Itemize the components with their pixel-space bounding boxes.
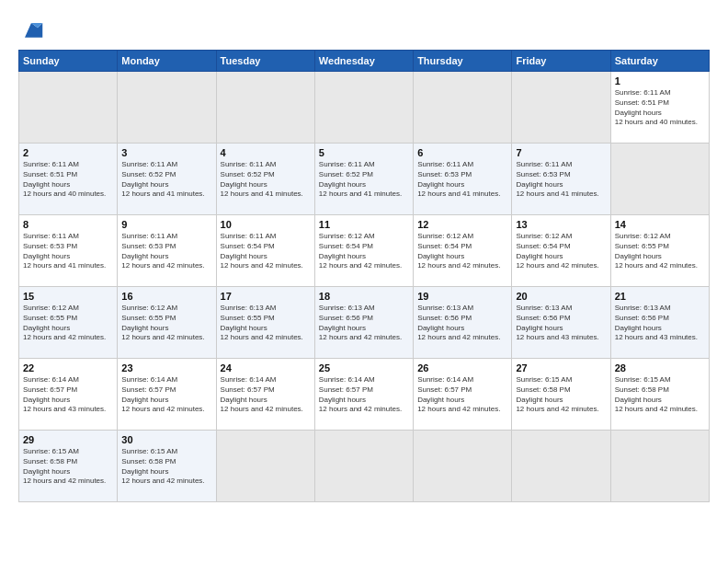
header-row: SundayMondayTuesdayWednesdayThursdayFrid… xyxy=(19,51,710,72)
calendar-cell xyxy=(19,72,118,144)
day-number: 5 xyxy=(319,147,409,158)
day-number: 23 xyxy=(121,362,211,373)
day-number: 10 xyxy=(221,219,311,230)
cell-info: Sunrise: 6:14 AMSunset: 6:57 PMDaylight … xyxy=(121,375,211,415)
cell-info: Sunrise: 6:11 AMSunset: 6:51 PMDaylight … xyxy=(23,160,113,200)
day-number: 20 xyxy=(516,291,606,302)
calendar-cell: 6Sunrise: 6:11 AMSunset: 6:53 PMDaylight… xyxy=(414,144,512,215)
cell-info: Sunrise: 6:12 AMSunset: 6:55 PMDaylight … xyxy=(23,304,113,343)
col-tuesday: Tuesday xyxy=(216,51,314,72)
cell-info: Sunrise: 6:15 AMSunset: 6:58 PMDaylight … xyxy=(516,375,606,415)
calendar-cell: 18Sunrise: 6:13 AMSunset: 6:56 PMDayligh… xyxy=(314,287,413,359)
week-row-2: 8Sunrise: 6:11 AMSunset: 6:53 PMDaylight… xyxy=(19,215,710,287)
day-number: 28 xyxy=(615,362,705,373)
calendar-cell: 16Sunrise: 6:12 AMSunset: 6:55 PMDayligh… xyxy=(118,287,216,359)
cell-info: Sunrise: 6:12 AMSunset: 6:54 PMDaylight … xyxy=(319,232,409,271)
cell-info: Sunrise: 6:13 AMSunset: 6:56 PMDaylight … xyxy=(417,304,507,343)
cell-info: Sunrise: 6:11 AMSunset: 6:53 PMDaylight … xyxy=(121,232,211,271)
calendar-cell: 15Sunrise: 6:12 AMSunset: 6:55 PMDayligh… xyxy=(19,287,118,359)
calendar-cell: 26Sunrise: 6:14 AMSunset: 6:57 PMDayligh… xyxy=(414,359,512,431)
calendar-cell: 13Sunrise: 6:12 AMSunset: 6:54 PMDayligh… xyxy=(512,215,610,287)
col-sunday: Sunday xyxy=(19,51,118,72)
calendar-cell: 25Sunrise: 6:14 AMSunset: 6:57 PMDayligh… xyxy=(314,359,413,431)
day-number: 16 xyxy=(121,291,211,302)
calendar-cell: 8Sunrise: 6:11 AMSunset: 6:53 PMDaylight… xyxy=(19,215,118,287)
day-number: 27 xyxy=(516,362,606,373)
cell-info: Sunrise: 6:13 AMSunset: 6:56 PMDaylight … xyxy=(615,304,705,343)
week-row-1: 2Sunrise: 6:11 AMSunset: 6:51 PMDaylight… xyxy=(19,144,710,215)
day-number: 18 xyxy=(319,291,409,302)
calendar-cell xyxy=(216,72,314,144)
cell-info: Sunrise: 6:12 AMSunset: 6:55 PMDaylight … xyxy=(121,304,211,343)
cell-info: Sunrise: 6:12 AMSunset: 6:55 PMDaylight … xyxy=(615,232,705,271)
day-number: 2 xyxy=(23,147,113,158)
week-row-5: 29Sunrise: 6:15 AMSunset: 6:58 PMDayligh… xyxy=(19,431,710,502)
cell-info: Sunrise: 6:14 AMSunset: 6:57 PMDaylight … xyxy=(221,375,311,415)
calendar-cell: 23Sunrise: 6:14 AMSunset: 6:57 PMDayligh… xyxy=(118,359,216,431)
calendar-table: SundayMondayTuesdayWednesdayThursdayFrid… xyxy=(18,50,710,502)
calendar-cell: 10Sunrise: 6:11 AMSunset: 6:54 PMDayligh… xyxy=(216,215,314,287)
calendar-cell: 1Sunrise: 6:11 AMSunset: 6:51 PMDaylight… xyxy=(610,72,709,144)
day-number: 13 xyxy=(516,219,606,230)
cell-info: Sunrise: 6:14 AMSunset: 6:57 PMDaylight … xyxy=(23,375,113,415)
header xyxy=(18,17,710,42)
calendar-cell: 14Sunrise: 6:12 AMSunset: 6:55 PMDayligh… xyxy=(610,215,709,287)
col-saturday: Saturday xyxy=(610,51,709,72)
calendar-cell: 3Sunrise: 6:11 AMSunset: 6:52 PMDaylight… xyxy=(118,144,216,215)
day-number: 12 xyxy=(417,219,507,230)
calendar-cell: 21Sunrise: 6:13 AMSunset: 6:56 PMDayligh… xyxy=(610,287,709,359)
day-number: 7 xyxy=(516,147,606,158)
day-number: 15 xyxy=(23,291,113,302)
day-number: 24 xyxy=(221,362,311,373)
logo-icon xyxy=(18,17,44,42)
day-number: 22 xyxy=(23,362,113,373)
cell-info: Sunrise: 6:13 AMSunset: 6:55 PMDaylight … xyxy=(221,304,311,343)
col-wednesday: Wednesday xyxy=(314,51,413,72)
calendar-cell: 27Sunrise: 6:15 AMSunset: 6:58 PMDayligh… xyxy=(512,359,610,431)
cell-info: Sunrise: 6:11 AMSunset: 6:54 PMDaylight … xyxy=(221,232,311,271)
cell-info: Sunrise: 6:11 AMSunset: 6:53 PMDaylight … xyxy=(516,160,606,200)
logo xyxy=(18,17,48,42)
cell-info: Sunrise: 6:12 AMSunset: 6:54 PMDaylight … xyxy=(417,232,507,271)
day-number: 11 xyxy=(319,219,409,230)
calendar-cell xyxy=(118,72,216,144)
calendar-cell: 2Sunrise: 6:11 AMSunset: 6:51 PMDaylight… xyxy=(19,144,118,215)
cell-info: Sunrise: 6:11 AMSunset: 6:53 PMDaylight … xyxy=(417,160,507,200)
calendar-cell: 22Sunrise: 6:14 AMSunset: 6:57 PMDayligh… xyxy=(19,359,118,431)
cell-info: Sunrise: 6:15 AMSunset: 6:58 PMDaylight … xyxy=(121,447,211,487)
calendar-cell: 24Sunrise: 6:14 AMSunset: 6:57 PMDayligh… xyxy=(216,359,314,431)
cell-info: Sunrise: 6:14 AMSunset: 6:57 PMDaylight … xyxy=(417,375,507,415)
day-number: 3 xyxy=(121,147,211,158)
calendar-cell xyxy=(512,72,610,144)
calendar-cell xyxy=(610,431,709,502)
day-number: 21 xyxy=(615,291,705,302)
day-number: 26 xyxy=(417,362,507,373)
calendar-cell: 7Sunrise: 6:11 AMSunset: 6:53 PMDaylight… xyxy=(512,144,610,215)
cell-info: Sunrise: 6:11 AMSunset: 6:52 PMDaylight … xyxy=(121,160,211,200)
week-row-4: 22Sunrise: 6:14 AMSunset: 6:57 PMDayligh… xyxy=(19,359,710,431)
calendar-cell: 9Sunrise: 6:11 AMSunset: 6:53 PMDaylight… xyxy=(118,215,216,287)
day-number: 14 xyxy=(615,219,705,230)
calendar-cell xyxy=(314,431,413,502)
cell-info: Sunrise: 6:11 AMSunset: 6:52 PMDaylight … xyxy=(221,160,311,200)
day-number: 1 xyxy=(615,75,705,86)
cell-info: Sunrise: 6:11 AMSunset: 6:51 PMDaylight … xyxy=(615,88,705,128)
calendar-cell: 11Sunrise: 6:12 AMSunset: 6:54 PMDayligh… xyxy=(314,215,413,287)
day-number: 17 xyxy=(221,291,311,302)
cell-info: Sunrise: 6:11 AMSunset: 6:53 PMDaylight … xyxy=(23,232,113,271)
calendar-cell: 5Sunrise: 6:11 AMSunset: 6:52 PMDaylight… xyxy=(314,144,413,215)
cell-info: Sunrise: 6:15 AMSunset: 6:58 PMDaylight … xyxy=(23,447,113,487)
week-row-3: 15Sunrise: 6:12 AMSunset: 6:55 PMDayligh… xyxy=(19,287,710,359)
page: SundayMondayTuesdayWednesdayThursdayFrid… xyxy=(0,0,728,563)
calendar-cell: 20Sunrise: 6:13 AMSunset: 6:56 PMDayligh… xyxy=(512,287,610,359)
day-number: 29 xyxy=(23,434,113,445)
calendar-cell xyxy=(314,72,413,144)
day-number: 9 xyxy=(121,219,211,230)
day-number: 4 xyxy=(221,147,311,158)
calendar-cell xyxy=(216,431,314,502)
cell-info: Sunrise: 6:12 AMSunset: 6:54 PMDaylight … xyxy=(516,232,606,271)
week-row-0: 1Sunrise: 6:11 AMSunset: 6:51 PMDaylight… xyxy=(19,72,710,144)
calendar-cell: 4Sunrise: 6:11 AMSunset: 6:52 PMDaylight… xyxy=(216,144,314,215)
calendar-cell: 17Sunrise: 6:13 AMSunset: 6:55 PMDayligh… xyxy=(216,287,314,359)
day-number: 25 xyxy=(319,362,409,373)
